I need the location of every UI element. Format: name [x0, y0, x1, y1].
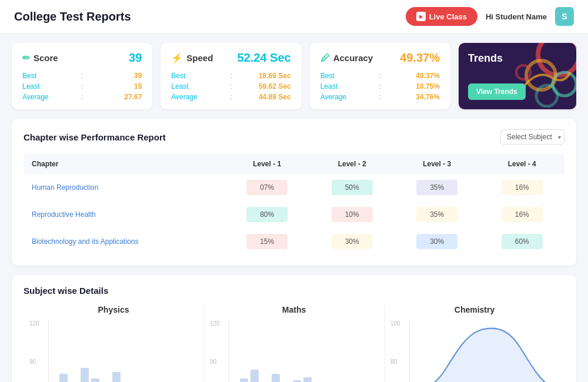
- level3-cell: 35%: [395, 201, 480, 228]
- col-chapter: Chapter: [24, 154, 225, 174]
- accuracy-details: Best : 49.37% Least : 18.75% Average : 3…: [320, 72, 440, 101]
- level4-cell: 16%: [479, 174, 564, 201]
- live-class-label: Live Class: [429, 12, 467, 21]
- chemistry-chart-block: Chemistry 100 80: [385, 305, 564, 382]
- accuracy-value: 49.37%: [400, 51, 440, 65]
- level2-cell: 30%: [309, 228, 395, 255]
- level4-cell: 16%: [479, 201, 564, 228]
- chapter-name: Reproductive Health: [24, 201, 225, 228]
- accuracy-card: 🖊 Accuracy 49.37% Best : 49.37% Least : …: [310, 43, 450, 109]
- live-icon: [416, 12, 426, 21]
- chart-bar: [59, 374, 68, 382]
- performance-header: Chapter wise Performance Report Select S…: [24, 129, 564, 145]
- performance-table: Chapter Level - 1 Level - 2 Level - 3 Le…: [24, 154, 564, 255]
- header: College Test Reports Live Class Hi Stude…: [0, 0, 588, 33]
- physics-y-mid: 90: [29, 358, 39, 365]
- chemistry-chart: 100 80: [390, 320, 559, 382]
- physics-chart-block: Physics 120 90: [24, 305, 204, 382]
- col-level1: Level - 1: [225, 154, 310, 174]
- score-card: ✏ Score 39 Best : 39 Least : 15 Average …: [12, 43, 152, 109]
- level1-cell: 07%: [225, 174, 310, 201]
- speed-icon: ⚡: [171, 52, 183, 63]
- chart-bar: [112, 372, 121, 382]
- chart-bar: [250, 370, 259, 382]
- subject-select[interactable]: Select Subject: [500, 129, 564, 145]
- live-class-button[interactable]: Live Class: [406, 7, 477, 26]
- maths-bars: [229, 320, 378, 382]
- col-level4: Level - 4: [479, 154, 564, 174]
- level1-cell: 15%: [225, 228, 310, 255]
- performance-report-section: Chapter wise Performance Report Select S…: [12, 119, 576, 266]
- chart-bar: [91, 378, 99, 382]
- speed-value: 52.24 Sec: [237, 51, 290, 65]
- subject-details-section: Subject wise Details Physics 120 90 Math…: [12, 275, 576, 382]
- subject-details-title: Subject wise Details: [24, 286, 564, 296]
- physics-title: Physics: [29, 305, 198, 314]
- maths-y-top: 120: [210, 320, 220, 327]
- chart-bar: [272, 374, 280, 382]
- chapter-name: Human Reproduction: [24, 174, 225, 201]
- maths-chart: 120 90: [210, 320, 378, 382]
- accuracy-label: 🖊 Accuracy: [320, 53, 373, 63]
- subject-select-wrap[interactable]: Select Subject: [500, 129, 564, 145]
- chart-bar: [81, 368, 89, 382]
- chart-bar: [240, 378, 248, 382]
- level2-cell: 50%: [309, 174, 395, 201]
- accuracy-icon: 🖊: [320, 53, 330, 63]
- performance-title: Chapter wise Performance Report: [24, 132, 166, 142]
- charts-row: Physics 120 90 Maths 120 90: [24, 305, 564, 382]
- speed-card: ⚡ Speed 52.24 Sec Best : 18.69 Sec Least…: [161, 43, 301, 109]
- maths-chart-block: Maths 120 90: [204, 305, 385, 382]
- score-details: Best : 39 Least : 15 Average : 27.67: [22, 72, 142, 101]
- maths-y-labels: 120 90: [210, 320, 220, 382]
- chemistry-y-labels: 100 80: [390, 320, 400, 382]
- physics-y-labels: 120 90: [29, 320, 39, 382]
- speed-header: ⚡ Speed 52.24 Sec: [171, 51, 290, 65]
- level1-cell: 80%: [225, 201, 310, 228]
- score-label: ✏ Score: [22, 52, 58, 63]
- level4-cell: 60%: [479, 228, 564, 255]
- level3-cell: 35%: [395, 174, 480, 201]
- chapter-name: Biotechnology and its Applications: [24, 228, 225, 255]
- avatar: S: [555, 7, 574, 26]
- header-right: Live Class Hi Student Name S: [406, 7, 574, 26]
- maths-y-mid: 90: [210, 358, 220, 365]
- main-content: ✏ Score 39 Best : 39 Least : 15 Average …: [0, 33, 588, 382]
- score-header: ✏ Score 39: [22, 51, 142, 65]
- level3-cell: 30%: [395, 228, 480, 255]
- level2-cell: 10%: [309, 201, 395, 228]
- chemistry-svg: [410, 320, 559, 382]
- chemistry-title: Chemistry: [390, 305, 559, 314]
- physics-y-top: 120: [29, 320, 39, 327]
- speed-label: ⚡ Speed: [171, 52, 213, 63]
- view-trends-button[interactable]: View Trends: [468, 83, 526, 100]
- page-title: College Test Reports: [14, 10, 131, 24]
- table-row: Human Reproduction 07% 50% 35% 16%: [24, 174, 564, 201]
- maths-title: Maths: [210, 305, 378, 314]
- chemistry-y-mid: 80: [390, 358, 400, 365]
- speed-details: Best : 18.69 Sec Least : 59.62 Sec Avera…: [171, 72, 290, 101]
- student-name-text: Student Name: [496, 12, 547, 21]
- table-header-row: Chapter Level - 1 Level - 2 Level - 3 Le…: [24, 154, 564, 174]
- col-level2: Level - 2: [309, 154, 395, 174]
- accuracy-header: 🖊 Accuracy 49.37%: [320, 51, 440, 65]
- chemistry-curve-area: [409, 320, 559, 382]
- physics-bars: [48, 320, 198, 382]
- stats-row: ✏ Score 39 Best : 39 Least : 15 Average …: [12, 43, 576, 109]
- table-row: Biotechnology and its Applications 15% 3…: [24, 228, 564, 255]
- student-greeting: Hi Student Name: [486, 12, 547, 21]
- col-level3: Level - 3: [395, 154, 480, 174]
- score-value: 39: [129, 51, 142, 65]
- trends-card: Trends View Trends: [459, 43, 576, 109]
- table-row: Reproductive Health 80% 10% 35% 16%: [24, 201, 564, 228]
- physics-chart: 120 90: [29, 320, 198, 382]
- chart-bar: [303, 377, 312, 382]
- trends-title: Trends: [468, 52, 567, 65]
- chemistry-y-top: 100: [390, 320, 400, 327]
- score-icon: ✏: [22, 52, 30, 63]
